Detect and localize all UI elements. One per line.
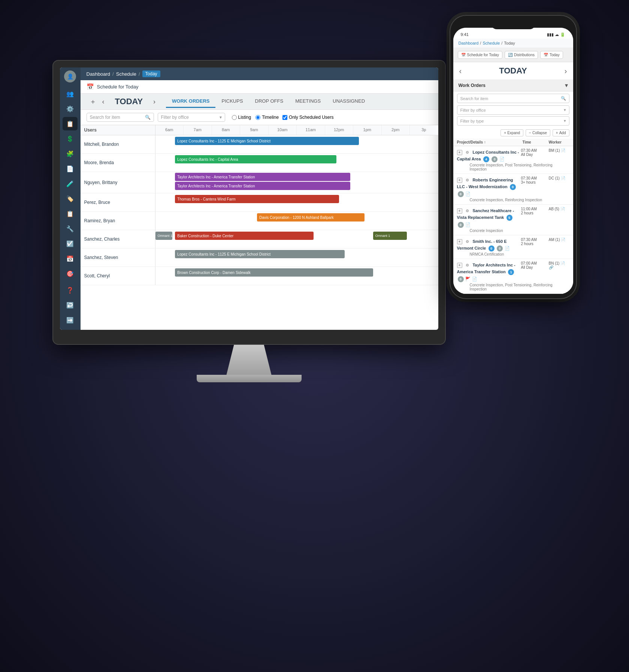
phone-bc-today: Today <box>504 41 515 45</box>
list-item[interactable]: + ⚙ Sanchez Healthcare - Vista Replaceme… <box>453 205 573 235</box>
phone-office-label: Filter by office <box>460 108 486 112</box>
work-item-time: 07:00 AMAll Day <box>521 261 547 282</box>
add-button[interactable]: + Add <box>553 129 569 136</box>
event-bar[interactable]: Lopez Consultants Inc - 1125 E Michigan … <box>175 250 345 258</box>
phone-next-button[interactable]: › <box>565 67 567 75</box>
sidebar-item-settings[interactable]: ⚙️ <box>63 102 78 115</box>
today-btn-label: Today <box>550 53 560 57</box>
desktop-office-filter[interactable]: Filter by office ▾ <box>158 113 225 122</box>
event-bar[interactable]: Brown Construction Corp - Damen Sidewalk <box>175 268 373 277</box>
phone-bc-schedule[interactable]: Schedule <box>483 41 500 45</box>
phone-actions: + Expand − Collapse + Add <box>453 127 573 139</box>
table-row: Moore, Brenda Lopez Consultants Inc - Ca… <box>81 154 438 172</box>
tab-meetings[interactable]: MEETINGS <box>289 95 327 108</box>
view-toggle: Listing Timeline <box>232 115 279 120</box>
phone-search-box[interactable]: Search for item 🔍 <box>457 94 569 103</box>
sidebar-item-tasks[interactable]: 📋 <box>63 117 78 130</box>
work-item-detail: Concrete Inspection, Reinforcing Inspect… <box>470 198 569 202</box>
desktop-monitor: 👤 👥 ⚙️ 📋 💲 🧩 📄 🧪 🏷️ 📋 🔧 ☑️ 📅 🎯 <box>52 60 446 382</box>
event-bar[interactable]: Omnant 1 <box>155 232 172 240</box>
events-cell: Thomas Bros - Cantera Wind Farm <box>155 193 438 211</box>
desktop-search-box[interactable]: Search for item 🔍 <box>87 113 154 122</box>
user-name: Sanchez, Charles <box>81 230 155 248</box>
gear-icon[interactable]: ⚙ <box>465 178 470 183</box>
table-row: Mitchell, Brandon Lopez Consultants Inc … <box>81 135 438 154</box>
breadcrumb-section[interactable]: Schedule <box>116 71 136 77</box>
work-item-detail: Concrete Inspection <box>470 229 569 233</box>
sidebar-item-tags[interactable]: 🏷️ <box>63 192 78 205</box>
expand-button[interactable]: + Expand <box>501 129 523 136</box>
sidebar-item-targeting[interactable]: 🎯 <box>63 267 78 280</box>
phone-app: Dashboard / Schedule / Today 📅 Schedule … <box>453 39 573 294</box>
sidebar-item-integrations[interactable]: 🧩 <box>63 147 78 160</box>
phone-toolbar: 📅 Schedule for Today 🔄 Distributions 📅 T… <box>453 48 573 62</box>
schedule-for-today-button[interactable]: 📅 Schedule for Today <box>458 51 502 59</box>
badge-count: 4 <box>483 156 489 162</box>
time-slot-8am: 8am <box>212 125 241 135</box>
monitor-base <box>197 375 302 382</box>
gear-icon[interactable]: ⚙ <box>465 263 470 268</box>
phone-time-display: 9:41 <box>461 32 469 37</box>
list-item[interactable]: + ⚙ Taylor Architects Inc - America Tran… <box>453 259 573 294</box>
sidebar-item-documents[interactable]: 📄 <box>63 162 78 175</box>
prev-day-button[interactable]: ‹ <box>99 98 108 106</box>
scheduled-users-checkbox[interactable]: Only Scheduled Users <box>282 115 333 120</box>
event-bar[interactable]: Lopez Consultants Inc - Capital Area <box>175 155 336 163</box>
phone-type-filter[interactable]: Filter by type ▾ <box>457 116 569 126</box>
document-icon: 📄 <box>499 157 505 161</box>
sidebar-item-forward[interactable]: ➡️ <box>63 313 78 327</box>
chevron-down-icon[interactable]: ▾ <box>565 82 568 89</box>
gear-icon[interactable]: ⚙ <box>465 150 470 155</box>
add-button[interactable]: ＋ <box>87 97 99 106</box>
breadcrumb-home[interactable]: Dashboard <box>87 71 111 77</box>
events-cell: Lopez Consultants Inc - 1125 E Michigan … <box>155 248 438 266</box>
sidebar-item-tools[interactable]: 🔧 <box>63 222 78 235</box>
event-bar[interactable]: Davis Corporation - 1200 N Ashland Ballp… <box>257 213 365 222</box>
sidebar-item-help[interactable]: ❓ <box>63 283 78 297</box>
event-bar[interactable]: Taylor Architects Inc - America Transfer… <box>175 173 350 181</box>
tab-pickups[interactable]: PICKUPS <box>215 95 249 108</box>
phone-section-title: Work Orders <box>459 83 486 88</box>
gear-icon[interactable]: ⚙ <box>465 208 470 214</box>
event-bar[interactable]: Lopez Consultants Inc - 1125 E Michigan … <box>175 137 359 145</box>
list-item[interactable]: + ⚙ Roberts Engineering LLC - West Moder… <box>453 174 573 205</box>
sidebar-item-labs[interactable]: 🧪 <box>63 177 78 190</box>
expand-item-btn[interactable]: + <box>457 263 462 268</box>
expand-item-btn[interactable]: + <box>457 239 462 244</box>
phone-bc-home[interactable]: Dashboard <box>459 41 479 45</box>
expand-item-btn[interactable]: + <box>457 178 462 183</box>
gear-icon[interactable]: ⚙ <box>465 239 470 244</box>
events-cell: Davis Corporation - 1200 N Ashland Ballp… <box>155 212 438 230</box>
sidebar-item-people[interactable]: 👥 <box>63 87 78 100</box>
phone-office-filter[interactable]: Filter by office ▾ <box>457 105 569 115</box>
today-button[interactable]: 📅 Today <box>540 51 563 59</box>
user-name: Moore, Brenda <box>81 154 155 172</box>
listing-radio[interactable]: Listing <box>232 115 251 120</box>
calendar-icon: 📅 <box>461 53 466 57</box>
tab-drop-offs[interactable]: DROP OFFS <box>249 95 290 108</box>
today-nav: ＋ ‹ TODAY › <box>87 94 159 109</box>
tab-work-orders[interactable]: WORK ORDERS <box>166 95 215 108</box>
timeline-radio[interactable]: Timeline <box>255 115 279 120</box>
event-bar[interactable]: Omnant 1 <box>373 232 407 240</box>
expand-item-btn[interactable]: + <box>457 150 462 155</box>
phone-prev-button[interactable]: ‹ <box>459 67 462 75</box>
avatar[interactable]: 👤 <box>64 70 76 82</box>
timeline-container[interactable]: Users 6am 7am 8am 9am 10am 11am 12pm 1p <box>81 125 438 330</box>
tab-unassigned[interactable]: UNASSIGNED <box>327 95 371 108</box>
distributions-button[interactable]: 🔄 Distributions <box>505 51 538 59</box>
sidebar-item-checklist[interactable]: ☑️ <box>63 237 78 250</box>
list-item[interactable]: + ⚙ Smith Inc. - 650 E Vermont Circle 0 … <box>453 235 573 259</box>
list-item[interactable]: + ⚙ Lopez Consultants Inc - Capital Area… <box>453 146 573 174</box>
next-day-button[interactable]: › <box>150 98 158 106</box>
event-bar[interactable]: Thomas Bros - Cantera Wind Farm <box>175 195 339 203</box>
event-bar[interactable]: Taylor Architects Inc - America Transfer… <box>175 182 350 190</box>
sidebar-item-calendar[interactable]: 📅 <box>63 252 78 265</box>
time-slot-1pm: 1pm <box>353 125 382 135</box>
sidebar-item-reports[interactable]: 📋 <box>63 207 78 220</box>
expand-item-btn[interactable]: + <box>457 208 462 214</box>
collapse-button[interactable]: − Collapse <box>526 129 550 136</box>
event-bar[interactable]: Baker Construction - Duke Center <box>175 232 314 240</box>
sidebar-item-back[interactable]: ↩️ <box>63 298 78 312</box>
sidebar-item-billing[interactable]: 💲 <box>63 132 78 145</box>
